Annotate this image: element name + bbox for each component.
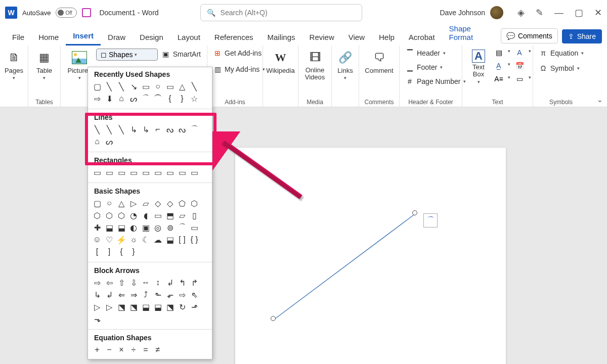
tab-acrobat[interactable]: Acrobat [402,29,442,46]
ribbon-collapse-icon[interactable]: ⌄ [597,96,603,104]
shape-basic-item[interactable]: ◐ [128,222,139,233]
shape-recent-item[interactable]: ○ [153,81,163,92]
shape-line-item[interactable]: ╲ [116,124,126,134]
shape-recent-item[interactable]: ▢ [92,81,102,92]
shape-basic-item[interactable]: [ [92,247,102,257]
shape-basic-item[interactable]: [ ] [177,235,187,245]
shape-rect-item[interactable]: ▭ [116,167,126,177]
minimize-button[interactable]: — [554,8,563,18]
shape-basic-item[interactable]: ☁ [153,235,163,245]
shape-eq-item[interactable]: ÷ [128,345,139,355]
shape-eq-item[interactable]: + [92,345,102,355]
tab-home[interactable]: Home [31,29,66,46]
shape-basic-item[interactable]: △ [116,198,126,208]
shape-recent-item[interactable]: ᔕ [128,94,139,104]
share-button[interactable]: ⇪ Share [562,29,602,43]
shape-basic-item[interactable]: ⬡ [92,210,102,220]
shape-basic-item[interactable]: ▱ [177,210,187,220]
shape-arrow-item[interactable]: ⬐ [165,290,175,300]
shape-line-item[interactable]: ↳ [128,124,139,134]
shape-arrow-item[interactable]: ↻ [177,302,187,312]
shape-line-item[interactable]: ⌂ [92,136,102,147]
shape-basic-item[interactable]: ◇ [165,198,175,208]
shape-rect-item[interactable]: ▭ [153,167,163,177]
shape-rect-item[interactable]: ▭ [141,167,151,177]
equation-button[interactable]: πEquation▾ [538,49,585,58]
tab-layout[interactable]: Layout [170,29,207,46]
shape-arrow-item[interactable]: ⤴ [141,290,151,300]
shape-basic-item[interactable]: ☼ [128,235,139,245]
shape-arrow-item[interactable]: ⬓ [141,302,151,312]
shape-basic-item[interactable]: { } [189,235,199,245]
shape-recent-item[interactable]: ▭ [141,81,151,92]
shape-basic-item[interactable]: ☺ [92,235,102,245]
shape-recent-item[interactable]: ▭ [165,81,175,92]
shape-arrow-item[interactable]: ↔ [141,278,151,288]
shape-recent-item[interactable]: { [165,94,175,104]
shape-recent-item[interactable]: ╲ [104,81,114,92]
text-box-button[interactable]: A Text Box▾ [467,49,490,85]
shape-basic-item[interactable]: ✚ [92,222,102,233]
header-button[interactable]: ▔Header▾ [405,49,467,58]
shape-basic-item[interactable]: ▭ [189,222,199,233]
tab-references[interactable]: References [207,29,261,46]
shape-line-item[interactable]: ᔓ [177,124,187,134]
shape-arrow-item[interactable]: ⬓ [153,302,163,312]
shapes-dropdown[interactable]: ◻ Shapes ▾ [96,49,158,61]
shape-arrow-item[interactable]: ↲ [104,290,114,300]
tab-help[interactable]: Help [372,29,402,46]
shape-basic-item[interactable]: ▢ [92,198,102,208]
shape-basic-item[interactable]: } [128,247,139,257]
links-button[interactable]: 🔗 Links ▾ [335,49,356,81]
signature-icon[interactable]: A≡ [495,75,503,83]
shape-line-item[interactable]: ⌒ [189,124,199,134]
shape-arrow-item[interactable]: ▷ [104,302,114,312]
shape-arrow-item[interactable]: ⇩ [128,278,139,288]
get-addins-button[interactable]: ⊞ Get Add-ins [212,49,266,58]
shape-basic-item[interactable]: ☾ [141,235,151,245]
user-account[interactable]: Dave Johnson [440,6,503,19]
shape-arrow-item[interactable]: ⬎ [92,314,102,324]
smartart-button[interactable]: ▣ SmartArt [161,50,202,59]
shape-arrow-item[interactable]: ⬔ [165,302,175,312]
shape-arrow-item[interactable]: ↲ [165,278,175,288]
shape-basic-item[interactable]: ◇ [153,198,163,208]
shape-arrow-item[interactable]: ⇒ [128,290,139,300]
shape-arrow-item[interactable]: ⇨ [92,278,102,288]
shape-basic-item[interactable]: ⬓ [165,235,175,245]
shape-arrow-item[interactable]: ⬔ [128,302,139,312]
quickparts-icon[interactable]: ▤ [495,49,503,57]
shape-arrow-item[interactable]: ↱ [189,278,199,288]
line-handle-start[interactable] [271,316,276,321]
tab-design[interactable]: Design [133,29,170,46]
shape-basic-item[interactable]: ⬡ [189,198,199,208]
shape-recent-item[interactable]: ⌂ [116,94,126,104]
shape-eq-item[interactable]: − [104,345,114,355]
tab-draw[interactable]: Draw [101,29,133,46]
shape-arrow-item[interactable]: ⇐ [116,290,126,300]
table-button[interactable]: ▦ Table ▾ [34,49,55,81]
shape-rect-item[interactable]: ▭ [92,167,102,177]
tab-review[interactable]: Review [302,29,341,46]
shape-recent-item[interactable]: △ [177,81,187,92]
shape-eq-item[interactable]: ≠ [153,345,163,355]
shape-line-item[interactable]: ↳ [141,124,151,134]
shape-basic-item[interactable]: ⬡ [104,210,114,220]
maximize-button[interactable]: ▢ [575,7,583,18]
shape-recent-item[interactable]: ☆ [189,94,199,104]
shape-basic-item[interactable]: ⬒ [165,210,175,220]
shape-arrow-item[interactable]: ↰ [177,278,187,288]
wordart-icon[interactable]: A [515,49,524,57]
close-button[interactable]: ✕ [594,7,602,18]
shape-basic-item[interactable]: ◎ [153,222,163,233]
shape-arrow-item[interactable]: ⬑ [153,290,163,300]
shape-basic-item[interactable]: ▯ [189,210,199,220]
tab-view[interactable]: View [341,29,372,46]
footer-button[interactable]: ▁Footer▾ [405,63,467,72]
pen-icon[interactable]: ✎ [536,7,543,18]
shape-basic-item[interactable]: ⊚ [165,222,175,233]
shape-line-item[interactable]: ᔕ [104,136,114,147]
symbol-button[interactable]: ΩSymbol▾ [538,64,585,73]
shape-line-item[interactable]: ╲ [104,124,114,134]
shape-basic-item[interactable]: ▭ [153,210,163,220]
